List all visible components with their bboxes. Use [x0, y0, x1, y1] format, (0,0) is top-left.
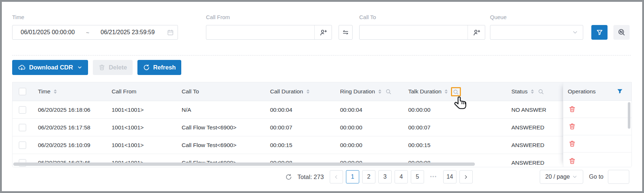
search-icon[interactable] [538, 89, 544, 95]
call-from-field[interactable] [206, 29, 314, 36]
contact-add-icon[interactable] [314, 25, 332, 39]
page-button-1[interactable]: 1 [346, 170, 359, 183]
operations-column: Operations [563, 82, 631, 167]
row-checkbox-cell [13, 124, 34, 131]
goto-page-input[interactable] [608, 170, 629, 184]
cell-call-duration: 00:00:04 [266, 107, 336, 113]
header-call-to: Call To [177, 88, 266, 95]
call-from-label: Call From [206, 14, 332, 20]
download-cdr-label: Download CDR [29, 64, 73, 71]
page-button-5[interactable]: 5 [411, 170, 424, 183]
chevron-down-icon [572, 174, 578, 180]
cell-call-duration: 00:00:15 [266, 142, 336, 149]
next-page-button[interactable] [459, 170, 473, 183]
swap-from-to-button[interactable] [339, 25, 353, 40]
calendar-icon[interactable] [163, 29, 178, 36]
page-button-14[interactable]: 14 [443, 170, 456, 183]
header-label: Talk Duration [408, 88, 441, 95]
apply-filter-button[interactable] [591, 25, 608, 40]
cell-time: 06/20/2025 16:10:09 [34, 142, 107, 149]
number-name-search-icon [617, 28, 626, 36]
cell-call-from: 1001<1001> [107, 124, 177, 131]
delete-record-icon[interactable] [568, 157, 576, 165]
select-all-checkbox[interactable] [19, 88, 26, 95]
cell-status: ANSWERED [507, 160, 564, 166]
refresh-button[interactable]: Refresh [137, 60, 181, 75]
sort-icon[interactable] [307, 89, 309, 94]
delete-button[interactable]: Delete [93, 60, 133, 75]
delete-record-icon[interactable] [568, 123, 576, 130]
row-checkbox-cell [13, 142, 34, 149]
operations-row [563, 118, 631, 135]
page-button-3[interactable]: 3 [378, 170, 392, 183]
cell-call-from: 1001<1001> [107, 142, 177, 149]
header-label: Ring Duration [340, 88, 375, 95]
table-row: 06/20/2025 16:18:061001<1001>N/A00:00:04… [13, 101, 631, 119]
page-button-2[interactable]: 2 [362, 170, 375, 183]
cdr-table: TimeCall FromCall ToCall DurationRing Du… [12, 82, 632, 167]
swap-icon [342, 29, 349, 36]
row-checkbox[interactable] [19, 142, 26, 149]
header-label: Time [38, 88, 50, 95]
filter-icon [596, 29, 603, 36]
call-to-field[interactable] [360, 29, 468, 36]
number-name-search-button[interactable] [613, 25, 630, 40]
cell-talk-duration: 00:00:00 [404, 107, 507, 113]
start-date-value[interactable]: 06/01/2025 00:00:00 [13, 29, 83, 36]
operations-row [563, 153, 631, 167]
prev-page-button[interactable] [330, 170, 343, 183]
chevron-down-icon [77, 65, 83, 70]
operations-body [563, 101, 631, 167]
header-status: Status [507, 88, 564, 95]
sort-icon[interactable] [378, 89, 381, 94]
row-checkbox[interactable] [19, 124, 26, 131]
header-call-duration: Call Duration [266, 88, 336, 95]
page-size-select[interactable]: 20 / page [540, 170, 583, 184]
header-time: Time [34, 88, 107, 95]
delete-record-icon[interactable] [568, 140, 576, 147]
pagination-bar: Total: 273 12345•••14 20 / page Go to [12, 170, 629, 184]
refresh-icon [143, 64, 150, 71]
row-checkbox[interactable] [19, 106, 26, 114]
delete-record-icon[interactable] [568, 106, 576, 113]
delete-label: Delete [109, 64, 127, 71]
toolbar: Download CDR Delete Refresh [12, 60, 181, 75]
time-label: Time [12, 14, 178, 20]
refresh-list-icon[interactable] [285, 174, 292, 181]
cell-status: ANSWERED [507, 142, 564, 149]
vertical-scrollbar[interactable] [628, 102, 630, 129]
call-to-input[interactable] [359, 25, 485, 40]
table-row: 06/20/2025 16:10:091001<1001>Call Flow T… [13, 136, 631, 154]
contact-add-icon[interactable] [468, 25, 485, 39]
page-button-4[interactable]: 4 [395, 170, 408, 183]
search-icon-highlighted[interactable] [451, 87, 461, 96]
time-range-input[interactable]: 06/01/2025 00:00:00 ~ 06/21/2025 23:59:5… [12, 25, 178, 40]
section-divider [12, 55, 631, 56]
sort-icon[interactable] [54, 89, 57, 94]
cell-call-from: 1001<1001> [107, 107, 177, 113]
operations-label: Operations [568, 88, 596, 95]
call-from-input[interactable] [206, 25, 332, 40]
header-checkbox [13, 88, 34, 95]
time-filter-group: Time 06/01/2025 00:00:00 ~ 06/21/2025 23… [12, 14, 178, 40]
header-label: Call From [112, 88, 136, 95]
column-filter-icon[interactable] [616, 88, 623, 95]
queue-select[interactable] [490, 25, 583, 40]
cell-call-to: N/A [177, 107, 266, 113]
download-cdr-button[interactable]: Download CDR [12, 60, 88, 75]
queue-filter-group: Queue [490, 14, 583, 40]
cell-call-to: Call Flow Test<6900> [177, 142, 266, 149]
header-label: Status [511, 88, 528, 95]
sort-icon[interactable] [445, 89, 448, 94]
end-date-value[interactable]: 06/21/2025 23:59:59 [92, 29, 163, 36]
search-icon[interactable] [385, 89, 392, 95]
horizontal-scrollbar[interactable] [13, 162, 475, 166]
queue-label: Queue [490, 14, 583, 20]
cell-ring-duration: 00:00:00 [336, 124, 404, 131]
sort-icon[interactable] [531, 89, 534, 94]
row-checkbox-cell [13, 106, 34, 114]
date-range-separator: ~ [83, 29, 92, 36]
table-row: 06/20/2025 16:17:581001<1001>Call Flow T… [13, 119, 631, 136]
cell-talk-duration: 00:00:07 [404, 124, 507, 131]
cell-call-to: Call Flow Test<6900> [177, 124, 266, 131]
